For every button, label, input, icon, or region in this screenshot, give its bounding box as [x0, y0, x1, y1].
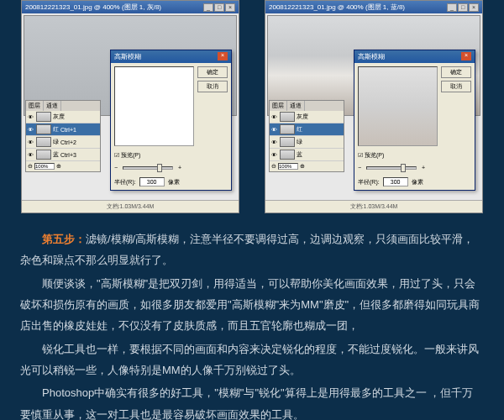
zoom-in-icon[interactable]: ⊕: [56, 163, 61, 170]
channel-row[interactable]: 👁灰度: [270, 111, 344, 123]
channel-thumb: [36, 124, 51, 134]
channels-panel: 图层 通道 👁灰度 👁红Ctrl+1 👁绿Ctrl+2 👁蓝Ctrl+3 ⊖⊕: [25, 100, 101, 172]
panel-footer: ⊖⊕: [270, 161, 344, 171]
window-controls: _□×: [202, 3, 235, 12]
paragraph: Photoshop中确实有很多的好工具，"模糊"与"锐化"算得上是用得最多的工具…: [20, 382, 484, 420]
radius-slider[interactable]: [123, 166, 173, 170]
tab-layers[interactable]: 图层: [270, 101, 287, 111]
dialog-titlebar: 高斯模糊×: [354, 50, 475, 63]
opacity-field[interactable]: [34, 163, 55, 170]
paragraph: 顺便谈谈，"高斯模糊"是把双刃剑，用得适当，可以帮助你美化画面效果，用过了头，只…: [20, 273, 484, 337]
radius-unit: 像素: [168, 178, 180, 186]
tutorial-text: 第五步：滤镜/模糊/高斯模糊，注意半径不要调得过高，边调边观察，只须画面比较平滑…: [0, 213, 504, 420]
zoom-in-icon[interactable]: ⊕: [300, 163, 305, 170]
radius-label: 半径(R):: [114, 178, 136, 186]
panel-tabs: 图层 通道: [26, 101, 100, 111]
gaussian-blur-dialog: 高斯模糊× 确定 取消 ☑ 预览(P) − + 半径(R): 300 像素: [354, 50, 475, 191]
ok-button[interactable]: 确定: [197, 66, 228, 78]
panel-tabs: 图层 通道: [270, 101, 344, 111]
preview-checkbox[interactable]: ☑ 预览(P): [354, 150, 475, 161]
channel-name: 蓝: [297, 150, 302, 159]
channel-shortcut: Ctrl+2: [60, 139, 76, 145]
window-title: 200812221323_01.jpg @ 400% (图层 1, 蓝/8): [269, 3, 405, 12]
maximize-icon[interactable]: □: [458, 3, 468, 12]
visibility-icon[interactable]: 👁: [28, 114, 34, 120]
visibility-icon[interactable]: 👁: [28, 139, 34, 145]
channel-shortcut: Ctrl+3: [60, 152, 76, 158]
channels-panel: 图层 通道 👁灰度 👁红 👁绿 👁蓝 ⊖⊕: [269, 100, 344, 172]
visibility-icon[interactable]: 👁: [28, 152, 34, 158]
opacity-field[interactable]: [278, 163, 298, 170]
window-titlebar: 200812221323_01.jpg @ 400% (图层 1, 灰/8) _…: [22, 1, 239, 13]
zoom-out-icon[interactable]: ⊖: [271, 163, 276, 170]
dialog-titlebar: 高斯模糊×: [111, 50, 231, 63]
tab-channels[interactable]: 通道: [287, 101, 305, 111]
channel-row[interactable]: 👁红: [270, 123, 344, 136]
blur-preview: [114, 66, 194, 146]
window-controls: _□×: [446, 3, 479, 12]
channel-row[interactable]: 👁红Ctrl+1: [26, 123, 100, 136]
channel-thumb: [280, 150, 295, 160]
channel-row[interactable]: 👁绿Ctrl+2: [26, 136, 100, 149]
plus-icon[interactable]: +: [178, 165, 181, 171]
radius-input[interactable]: 300: [139, 177, 165, 186]
radius-slider[interactable]: [366, 166, 417, 170]
paragraph-step: 第五步：滤镜/模糊/高斯模糊，注意半径不要调得过高，边调边观察，只须画面比较平滑…: [20, 228, 484, 271]
step-text: 滤镜/模糊/高斯模糊，注意半径不要调得过高，边调边观察，只须画面比较平滑，杂色和…: [20, 233, 474, 266]
zoom-out-icon[interactable]: ⊖: [28, 163, 33, 170]
cancel-button[interactable]: 取消: [441, 81, 471, 92]
tab-channels[interactable]: 通道: [44, 101, 61, 111]
cancel-button[interactable]: 取消: [197, 81, 228, 92]
visibility-icon[interactable]: 👁: [28, 127, 34, 133]
channel-name: 绿: [53, 138, 59, 146]
photoshop-window-left: 200812221323_01.jpg @ 400% (图层 1, 灰/8) _…: [21, 0, 239, 213]
channel-thumb: [280, 112, 295, 122]
status-bar: 文档:1.03M/3.44M: [265, 200, 482, 213]
dialog-title: 高斯模糊: [114, 52, 141, 61]
close-icon[interactable]: ×: [461, 52, 471, 60]
channel-row[interactable]: 👁蓝Ctrl+3: [26, 149, 100, 161]
maximize-icon[interactable]: □: [214, 3, 224, 12]
visibility-icon[interactable]: 👁: [271, 114, 278, 120]
minimize-icon[interactable]: _: [203, 3, 213, 12]
radius-label: 半径(R):: [358, 178, 380, 186]
tab-layers[interactable]: 图层: [26, 101, 44, 111]
radius-unit: 像素: [412, 178, 423, 186]
paragraph: 锐化工具也一样，要根据不同的画面和内容来决定锐化的程度，不能过度锐化。一般来讲风…: [20, 339, 484, 381]
panel-footer: ⊖⊕: [26, 161, 100, 171]
close-icon[interactable]: ×: [218, 52, 228, 60]
visibility-icon[interactable]: 👁: [271, 152, 278, 158]
photoshop-window-right: 200812221323_01.jpg @ 400% (图层 1, 蓝/8) _…: [265, 0, 483, 213]
close-icon[interactable]: ×: [225, 3, 235, 12]
slider-thumb[interactable]: [401, 164, 406, 172]
channel-thumb: [36, 150, 51, 160]
slider-thumb[interactable]: [157, 164, 162, 172]
window-title: 200812221323_01.jpg @ 400% (图层 1, 灰/8): [25, 3, 161, 12]
channel-name: 红: [297, 125, 302, 134]
channel-row[interactable]: 👁蓝: [270, 149, 344, 161]
visibility-icon[interactable]: 👁: [271, 127, 278, 133]
ok-button[interactable]: 确定: [441, 66, 471, 78]
channel-thumb: [36, 112, 51, 122]
channel-thumb: [280, 137, 295, 147]
channel-thumb: [280, 124, 295, 134]
channel-name: 红: [53, 125, 59, 134]
dialog-title: 高斯模糊: [358, 52, 385, 61]
step-label: 第五步：: [42, 233, 86, 245]
channel-thumb: [36, 137, 51, 147]
channel-row[interactable]: 👁绿: [270, 136, 344, 149]
channel-row[interactable]: 👁灰度: [26, 111, 100, 123]
minus-icon[interactable]: −: [114, 165, 118, 171]
visibility-icon[interactable]: 👁: [271, 139, 278, 145]
radius-input[interactable]: 300: [383, 177, 408, 186]
close-icon[interactable]: ×: [469, 3, 479, 12]
status-bar: 文档:1.03M/3.44M: [22, 200, 239, 213]
channel-name: 蓝: [53, 150, 59, 159]
channel-shortcut: Ctrl+1: [60, 127, 76, 133]
minus-icon[interactable]: −: [358, 165, 361, 171]
plus-icon[interactable]: +: [422, 165, 425, 171]
minimize-icon[interactable]: _: [447, 3, 457, 12]
preview-checkbox[interactable]: ☑ 预览(P): [111, 150, 231, 161]
channel-name: 绿: [297, 138, 302, 146]
channel-name: 灰度: [297, 113, 308, 121]
